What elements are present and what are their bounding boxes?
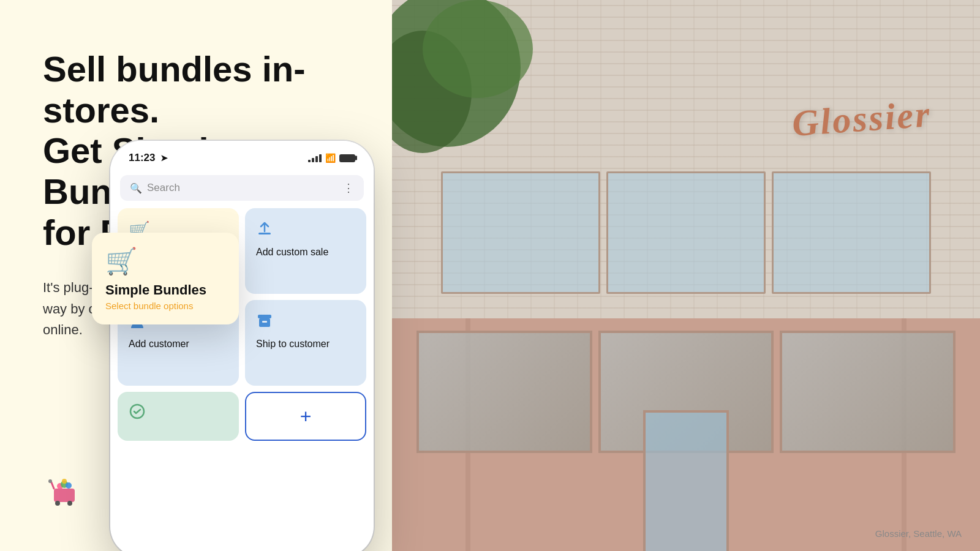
- svg-point-6: [66, 482, 72, 489]
- sf-window: [417, 331, 592, 453]
- bottom-grid: +: [110, 386, 374, 441]
- heading-line1: Sell bundles in-stores.: [43, 49, 306, 130]
- signal-icon: [308, 154, 322, 162]
- upload-icon: [256, 220, 355, 242]
- grid-cell-add[interactable]: +: [245, 392, 366, 441]
- store-door: [643, 410, 729, 551]
- custom-sale-label: Add custom sale: [256, 247, 355, 258]
- status-icons: 📶: [308, 153, 355, 163]
- svg-rect-15: [262, 321, 267, 323]
- svg-point-7: [62, 479, 67, 484]
- svg-rect-11: [258, 233, 271, 234]
- window-pane: [772, 171, 931, 294]
- window-pane: [606, 171, 766, 294]
- badge-icon: [129, 403, 228, 424]
- search-icon: 🔍: [130, 182, 142, 194]
- archive-icon: [256, 312, 355, 334]
- grid-cell-discount[interactable]: [118, 392, 239, 441]
- sf-window: [780, 331, 956, 453]
- svg-point-10: [423, 0, 533, 98]
- grid-cell-ship-to-customer[interactable]: Ship to customer: [245, 300, 366, 386]
- store-image: Glossier: [392, 0, 980, 551]
- phone-status-bar: 11:23 ➤ 📶: [110, 141, 374, 170]
- logo-icon: [43, 471, 86, 514]
- tree-overlay: [392, 0, 539, 190]
- svg-point-1: [48, 479, 52, 483]
- filter-icon[interactable]: ⋮: [343, 181, 354, 195]
- svg-rect-13: [258, 315, 271, 318]
- time-display: 11:23: [129, 152, 155, 163]
- svg-rect-0: [54, 489, 75, 502]
- search-left: 🔍 Search: [130, 182, 180, 194]
- tree-svg: [392, 0, 539, 190]
- search-bar[interactable]: 🔍 Search ⋮: [120, 175, 364, 201]
- location-arrow-icon: ➤: [160, 153, 168, 163]
- store-caption: Glossier, Seattle, WA: [875, 528, 962, 539]
- grid-cell-custom-sale[interactable]: Add custom sale: [245, 208, 366, 294]
- store-facade: Glossier: [392, 0, 980, 551]
- storefront-frame: [392, 318, 980, 551]
- plus-icon: +: [300, 405, 312, 428]
- app-logo: [43, 471, 86, 514]
- battery-icon: [339, 154, 355, 162]
- search-label: Search: [147, 182, 180, 194]
- svg-point-2: [55, 501, 60, 506]
- phone-mockup: 11:23 ➤ 📶 🔍 Search: [110, 141, 374, 551]
- popup-subtitle: Select bundle options: [105, 301, 225, 311]
- phone-time: 11:23 ➤: [129, 152, 168, 164]
- bundles-popup: 🛒 Simple Bundles Select bundle options: [92, 233, 239, 324]
- popup-title: Simple Bundles: [105, 282, 225, 298]
- popup-cart-icon: 🛒: [105, 246, 225, 276]
- right-section: Glossier: [355, 0, 980, 551]
- add-customer-label: Add customer: [129, 339, 228, 350]
- ship-to-customer-label: Ship to customer: [256, 339, 355, 350]
- logo-bottom: [43, 471, 86, 514]
- svg-point-3: [67, 501, 72, 506]
- wifi-icon: 📶: [325, 153, 336, 163]
